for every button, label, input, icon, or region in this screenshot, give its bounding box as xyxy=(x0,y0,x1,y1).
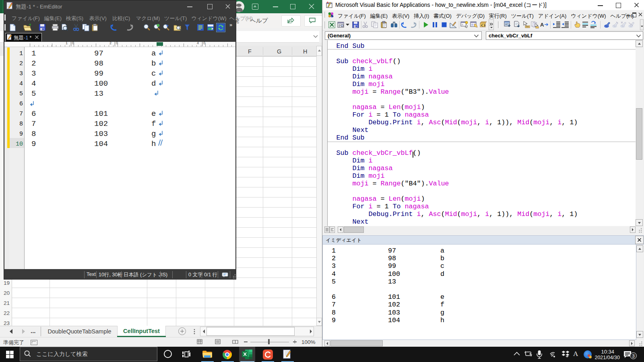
svg-text:A: A xyxy=(540,22,544,28)
